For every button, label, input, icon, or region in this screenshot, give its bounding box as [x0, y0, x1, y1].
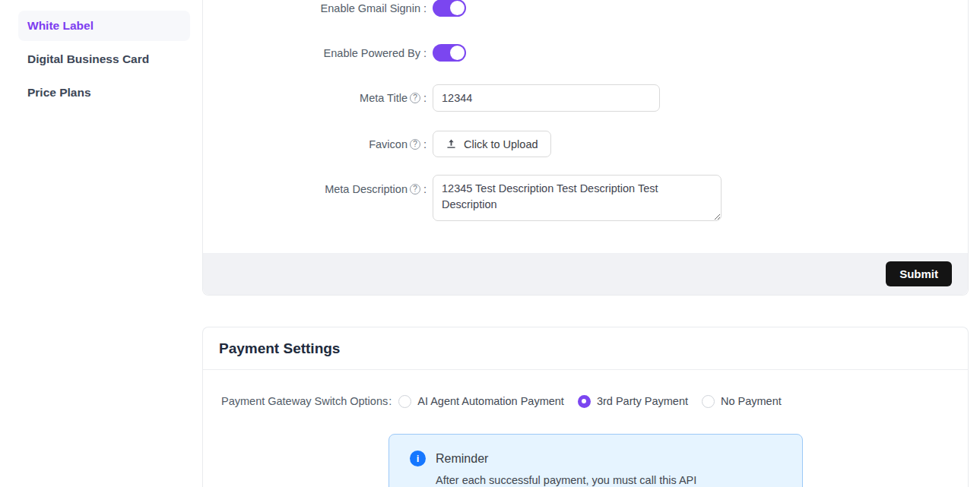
favicon-label: Favicon ?:	[203, 131, 427, 157]
payment-gateway-label: Payment Gateway Switch Options:	[221, 395, 392, 407]
label-colon: :	[423, 2, 427, 14]
reminder-alert: i Reminder After each successful payment…	[389, 434, 803, 487]
favicon-upload-button[interactable]: Click to Upload	[433, 131, 551, 157]
radio-option-no-payment[interactable]: No Payment	[702, 395, 782, 408]
info-icon: i	[410, 451, 426, 466]
radio-circle-selected[interactable]	[578, 395, 591, 408]
form-footer: Submit	[203, 253, 968, 295]
favicon-row: Favicon ?: Click to Upload	[203, 131, 968, 157]
submit-button[interactable]: Submit	[886, 261, 952, 286]
radio-circle[interactable]	[398, 395, 411, 408]
gmail-signin-label-text: Enable Gmail Signin	[321, 2, 420, 14]
radio-label: 3rd Party Payment	[597, 395, 688, 407]
powered-by-toggle[interactable]	[433, 44, 466, 62]
radio-option-3rd-party-payment[interactable]: 3rd Party Payment	[578, 395, 688, 408]
radio-option-ai-agent-automation-payment[interactable]: AI Agent Automation Payment	[398, 395, 564, 408]
reminder-title: Reminder	[436, 452, 488, 466]
meta-title-label: Meta Title ?:	[203, 84, 427, 112]
help-icon[interactable]: ?	[410, 93, 420, 103]
radio-circle[interactable]	[702, 395, 715, 408]
label-colon: :	[423, 92, 427, 104]
label-colon: :	[423, 183, 427, 195]
reminder-body: After each successful payment, you must …	[436, 474, 696, 486]
white-label-settings-page: White Label Digital Business Card Price …	[0, 0, 980, 487]
powered-by-row: Enable Powered By:	[203, 44, 968, 62]
favicon-upload-label: Click to Upload	[464, 138, 538, 150]
meta-description-label-text: Meta Description	[325, 183, 408, 195]
white-label-form-card: Enable Gmail Signin: Enable Powered By: …	[202, 0, 969, 296]
meta-title-input[interactable]	[433, 84, 660, 112]
payment-gateway-radio-group: AI Agent Automation Payment 3rd Party Pa…	[398, 395, 782, 408]
help-icon[interactable]: ?	[410, 184, 420, 194]
radio-label: AI Agent Automation Payment	[417, 395, 564, 407]
gmail-signin-row: Enable Gmail Signin:	[203, 0, 968, 17]
upload-icon	[446, 138, 457, 150]
sidebar-item-price-plans[interactable]: Price Plans	[18, 77, 190, 108]
meta-title-row: Meta Title ?:	[203, 84, 968, 112]
gmail-signin-toggle[interactable]	[433, 0, 466, 17]
sidebar-item-white-label[interactable]: White Label	[18, 11, 190, 41]
label-colon: :	[423, 138, 427, 150]
meta-description-textarea[interactable]: 12345 Test Description Test Description …	[433, 175, 722, 221]
help-icon[interactable]: ?	[410, 139, 420, 150]
meta-title-label-text: Meta Title	[360, 92, 408, 104]
sidebar-item-digital-business-card[interactable]: Digital Business Card	[18, 44, 190, 74]
payment-settings-title: Payment Settings	[219, 340, 340, 357]
favicon-label-text: Favicon	[369, 138, 408, 150]
powered-by-label: Enable Powered By:	[203, 44, 427, 62]
powered-by-label-text: Enable Powered By	[324, 47, 420, 59]
payment-gateway-label-text: Payment Gateway Switch Options	[221, 395, 388, 407]
label-colon: :	[389, 395, 392, 407]
settings-sidebar: White Label Digital Business Card Price …	[18, 11, 190, 111]
label-colon: :	[423, 47, 427, 59]
payment-gateway-row: Payment Gateway Switch Options: AI Agent…	[221, 390, 782, 413]
payment-settings-header: Payment Settings	[203, 327, 968, 370]
payment-settings-card: Payment Settings Payment Gateway Switch …	[202, 327, 969, 487]
radio-label: No Payment	[721, 395, 782, 407]
meta-description-row: Meta Description ?: 12345 Test Descripti…	[203, 175, 968, 221]
gmail-signin-label: Enable Gmail Signin:	[203, 0, 427, 17]
meta-description-label: Meta Description ?:	[203, 175, 427, 203]
